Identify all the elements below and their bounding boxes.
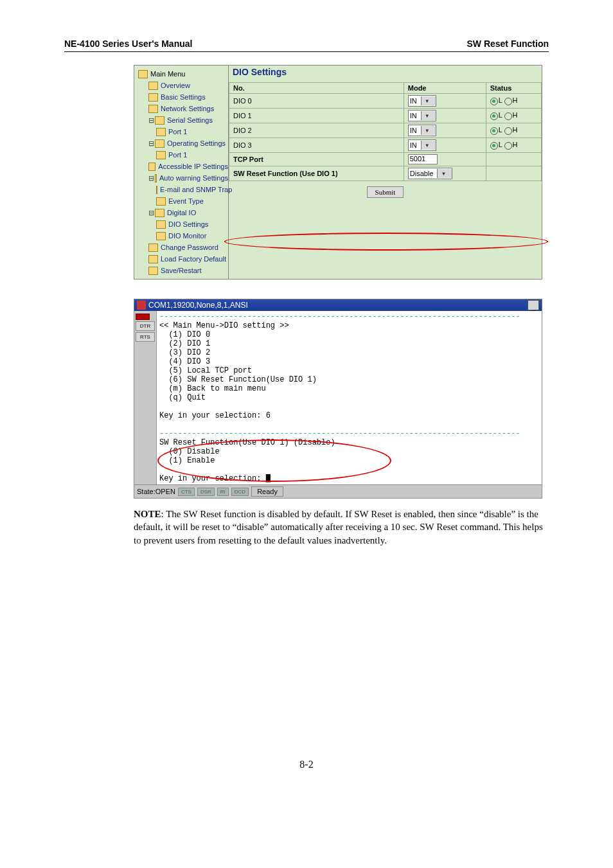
folder-icon bbox=[156, 128, 166, 136]
tree-serial-port1[interactable]: Port 1 bbox=[138, 126, 228, 137]
tree-dio-monitor[interactable]: DIO Monitor bbox=[138, 230, 228, 242]
chevron-down-icon: ▼ bbox=[421, 141, 436, 150]
table-row: DIO 1 IN▼ L H bbox=[229, 109, 542, 123]
terminal-statusbar: State:OPEN CTS DSR RI DCD Ready bbox=[134, 484, 542, 498]
folder-open-icon bbox=[155, 116, 164, 125]
tree-root[interactable]: Main Menu bbox=[138, 68, 228, 80]
collapse-icon[interactable]: ⊟ bbox=[148, 114, 154, 126]
note-paragraph: NOTE: The SW Reset function is disabled … bbox=[134, 508, 545, 547]
folder-icon bbox=[148, 267, 158, 275]
dsr-led-icon: DSR bbox=[197, 488, 215, 496]
folder-icon bbox=[148, 105, 158, 113]
ready-label: Ready bbox=[251, 486, 283, 497]
chevron-down-icon: ▼ bbox=[437, 169, 452, 178]
tree-digital-io[interactable]: ⊟Digital IO bbox=[138, 207, 228, 218]
dtr-button[interactable]: DTR bbox=[136, 321, 155, 331]
folder-open-icon bbox=[155, 209, 164, 217]
pane-title: DIO Settings bbox=[229, 66, 542, 82]
chevron-down-icon: ▼ bbox=[421, 126, 436, 135]
table-row: DIO 0 IN▼ L H bbox=[229, 94, 542, 109]
folder-icon bbox=[156, 197, 166, 206]
col-status: Status bbox=[486, 83, 541, 94]
mode-select[interactable]: IN▼ bbox=[408, 95, 436, 107]
led-icon bbox=[136, 314, 150, 320]
col-mode: Mode bbox=[404, 83, 486, 94]
radio-l[interactable] bbox=[490, 112, 498, 120]
minimize-button[interactable]: _ bbox=[528, 300, 539, 310]
chevron-down-icon: ▼ bbox=[421, 96, 436, 105]
terminal-title: COM1,19200,None,8,1,ANSI bbox=[148, 301, 248, 310]
radio-h[interactable] bbox=[504, 98, 512, 105]
settings-pane: DIO Settings No. Mode Status DIO 0 IN▼ L… bbox=[228, 66, 542, 279]
folder-icon bbox=[148, 163, 155, 171]
tree-basic-settings[interactable]: Basic Settings bbox=[138, 91, 228, 103]
table-row: DIO 2 IN▼ L H bbox=[229, 123, 542, 138]
ri-led-icon: RI bbox=[217, 488, 229, 496]
col-no: No. bbox=[229, 83, 404, 94]
terminal-screenshot: COM1,19200,None,8,1,ANSI _ DTR RTS -----… bbox=[134, 299, 542, 499]
folder-icon bbox=[148, 255, 158, 263]
radio-l[interactable] bbox=[490, 127, 498, 135]
page-number: 8-2 bbox=[64, 759, 549, 770]
radio-h[interactable] bbox=[504, 127, 512, 135]
header-left: NE-4100 Series User's Manual bbox=[64, 39, 192, 49]
tree-save-restart[interactable]: Save/Restart bbox=[138, 265, 228, 276]
page-header: NE-4100 Series User's Manual SW Reset Fu… bbox=[64, 39, 549, 52]
folder-icon bbox=[148, 244, 158, 252]
radio-l[interactable] bbox=[490, 142, 498, 150]
folder-icon bbox=[138, 70, 148, 78]
folder-icon bbox=[156, 151, 166, 159]
note-label: NOTE bbox=[134, 509, 161, 519]
folder-open-icon bbox=[155, 139, 164, 148]
sw-reset-label: SW Reset Function (Use DIO 1) bbox=[229, 166, 404, 181]
nav-tree: Main Menu Overview Basic Settings Networ… bbox=[134, 66, 228, 279]
terminal-titlebar: COM1,19200,None,8,1,ANSI _ bbox=[134, 299, 542, 311]
sw-reset-select[interactable]: Disable▼ bbox=[408, 168, 453, 179]
tcp-port-label: TCP Port bbox=[229, 153, 404, 166]
tree-event-type[interactable]: Event Type bbox=[138, 195, 228, 207]
state-label: State:OPEN bbox=[137, 488, 175, 495]
radio-h[interactable] bbox=[504, 112, 512, 120]
folder-icon bbox=[148, 82, 158, 90]
header-right: SW Reset Function bbox=[466, 39, 549, 49]
folder-icon bbox=[156, 220, 166, 229]
tree-serial-settings[interactable]: ⊟Serial Settings bbox=[138, 114, 228, 126]
chevron-down-icon: ▼ bbox=[421, 111, 436, 120]
mode-select[interactable]: IN▼ bbox=[408, 125, 436, 136]
tree-operating-port1[interactable]: Port 1 bbox=[138, 149, 228, 161]
note-body: : The SW Reset function is disabled by d… bbox=[134, 509, 543, 545]
tcp-port-input[interactable]: 5001 bbox=[408, 154, 438, 164]
radio-h[interactable] bbox=[504, 142, 512, 150]
table-row: DIO 3 IN▼ L H bbox=[229, 138, 542, 153]
dcd-led-icon: DCD bbox=[231, 488, 249, 496]
tree-network-settings[interactable]: Network Settings bbox=[138, 103, 228, 114]
web-ui-screenshot: Main Menu Overview Basic Settings Networ… bbox=[134, 65, 542, 279]
dio-table: No. Mode Status DIO 0 IN▼ L H DIO 1 IN▼ … bbox=[229, 82, 542, 181]
tree-load-factory[interactable]: Load Factory Default bbox=[138, 253, 228, 265]
collapse-icon[interactable]: ⊟ bbox=[148, 137, 154, 149]
folder-icon bbox=[156, 232, 166, 240]
tree-operating-settings[interactable]: ⊟Operating Settings bbox=[138, 137, 228, 149]
radio-l[interactable] bbox=[490, 98, 498, 105]
tree-dio-settings[interactable]: DIO Settings bbox=[138, 218, 228, 230]
signal-panel: DTR RTS bbox=[134, 311, 157, 484]
collapse-icon[interactable]: ⊟ bbox=[148, 207, 154, 218]
folder-icon bbox=[148, 93, 158, 102]
tree-change-password[interactable]: Change Password bbox=[138, 242, 228, 253]
submit-button[interactable]: Submit bbox=[367, 186, 404, 198]
tree-email-snmp[interactable]: E-mail and SNMP Trap bbox=[138, 184, 228, 195]
terminal-output: ----------------------------------------… bbox=[157, 311, 542, 484]
folder-open-icon bbox=[155, 174, 157, 182]
folder-icon bbox=[156, 186, 157, 194]
mode-select[interactable]: IN▼ bbox=[408, 139, 436, 151]
app-icon bbox=[137, 301, 146, 310]
tree-overview[interactable]: Overview bbox=[138, 80, 228, 91]
tree-accessible-ip[interactable]: Accessible IP Settings bbox=[138, 161, 228, 172]
tree-auto-warning[interactable]: ⊟Auto warning Settings bbox=[138, 172, 228, 184]
collapse-icon[interactable]: ⊟ bbox=[148, 172, 154, 184]
rts-button[interactable]: RTS bbox=[136, 332, 155, 342]
mode-select[interactable]: IN▼ bbox=[408, 110, 436, 121]
cts-led-icon: CTS bbox=[178, 488, 195, 496]
